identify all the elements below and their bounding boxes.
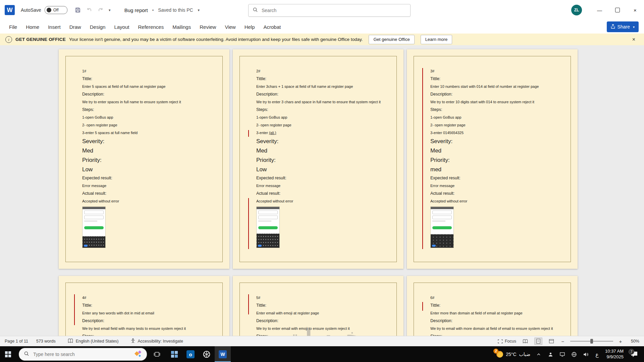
print-layout-icon[interactable] <box>534 338 542 345</box>
word-count[interactable]: 573 words <box>36 339 56 344</box>
description-label[interactable]: Description: <box>256 92 388 100</box>
description-label[interactable]: Description: <box>82 92 214 100</box>
notification-center-icon[interactable]: 7 <box>629 346 640 362</box>
share-button[interactable]: Share ▾ <box>607 21 639 32</box>
zoom-in-button[interactable]: + <box>618 339 623 344</box>
menu-review[interactable]: Review <box>196 22 220 32</box>
priority-label[interactable]: Priority: <box>82 157 214 166</box>
title-text[interactable]: Enter email with emoji at register page <box>256 311 388 318</box>
severity-value[interactable]: Med <box>256 147 388 157</box>
web-layout-icon[interactable] <box>547 338 555 345</box>
actual-result-label[interactable]: Actual result: <box>430 191 562 199</box>
learn-more-button[interactable]: Learn more <box>421 35 452 44</box>
title-text[interactable]: Enter 10 numbers start with 014 at field… <box>430 84 562 92</box>
keyboard-language-indicator[interactable]: ع <box>594 351 600 358</box>
quick-access-toolbar-caret-icon[interactable]: ▾ <box>107 8 112 12</box>
bug-screenshot-thumbnail[interactable] <box>256 206 280 248</box>
actual-result-label[interactable]: Actual result: <box>256 191 388 199</box>
taskbar-search-input[interactable] <box>33 351 131 357</box>
accessibility-icon[interactable] <box>131 338 135 344</box>
severity-label[interactable]: Severity: <box>430 138 562 147</box>
description-text[interactable]: We try to enter spaces in full name to e… <box>82 100 214 107</box>
bug-number[interactable]: 4# <box>82 295 214 303</box>
page-1[interactable]: 1# Tittle: Enter 5 spaces at field of fu… <box>59 49 229 269</box>
description-text[interactable]: We try to enter 10 digits start with 014… <box>430 100 562 107</box>
language-indicator[interactable]: English (United States) <box>76 339 119 344</box>
steps-label[interactable]: Steps: <box>82 107 214 115</box>
autosave-toggle[interactable]: Off <box>45 6 67 14</box>
zoom-out-button[interactable]: − <box>560 339 565 344</box>
title-text[interactable]: Enter 3chars + 1 space at field of full … <box>256 84 388 92</box>
title-label[interactable]: Tittle: <box>430 76 562 84</box>
menu-draw[interactable]: Draw <box>66 22 85 32</box>
step-1[interactable]: 1-open GoBus app <box>82 115 214 123</box>
tray-display-icon[interactable] <box>559 351 566 358</box>
accessibility-status[interactable]: Accessibility: Investigate <box>138 339 183 344</box>
expected-result-value[interactable]: Error message <box>82 183 214 191</box>
steps-label[interactable]: Steps: <box>430 107 562 115</box>
priority-label[interactable]: Priority: <box>430 157 562 166</box>
page-4[interactable]: 4# Tittle: Enter any two words with dot … <box>59 276 229 336</box>
menu-acrobat[interactable]: Acrobat <box>260 22 285 32</box>
title-text[interactable]: Enter 5 spaces at field of full name at … <box>82 84 214 92</box>
weather-widget[interactable]: 2 25°C ضباب <box>496 351 530 358</box>
title-text[interactable]: Enter more than domain at field of email… <box>430 311 562 318</box>
actual-result-value[interactable]: Accepted without error <box>82 199 214 206</box>
minimize-button[interactable]: — <box>591 0 608 20</box>
taskbar-outlook-icon[interactable]: o <box>182 346 199 362</box>
zoom-slider[interactable] <box>570 339 613 344</box>
search-input[interactable] <box>261 7 406 13</box>
zoom-slider-thumb[interactable] <box>590 339 593 344</box>
get-genuine-office-button[interactable]: Get genuine Office <box>369 35 414 44</box>
bug-number[interactable]: 6# <box>430 295 562 303</box>
document-canvas[interactable]: 1# Tittle: Enter 5 spaces at field of fu… <box>0 45 644 336</box>
save-icon[interactable] <box>73 5 83 15</box>
volume-icon[interactable] <box>582 351 589 358</box>
document-title[interactable]: Bug report <box>124 7 148 13</box>
step-3[interactable]: 3-enter 0145654325 <box>430 130 562 138</box>
actual-result-value[interactable]: Accepted without error <box>256 199 388 206</box>
step-3[interactable]: 3-enter (ali.) <box>256 130 388 138</box>
actual-result-value[interactable]: Accepted without error <box>430 199 562 206</box>
expected-result-label[interactable]: Expected result: <box>82 176 214 183</box>
step-2[interactable]: 2- open register page <box>82 123 214 130</box>
close-button[interactable]: × <box>626 0 644 20</box>
title-label[interactable]: Tittle: <box>82 76 214 84</box>
priority-value[interactable]: med <box>430 166 562 176</box>
taskbar-word-icon[interactable]: W <box>215 346 231 362</box>
menu-insert[interactable]: Insert <box>44 22 64 32</box>
hidden-icons-chevron[interactable] <box>535 351 542 358</box>
bug-number[interactable]: 2# <box>256 69 388 76</box>
priority-value[interactable]: Low <box>82 166 214 176</box>
avatar[interactable]: ZL <box>571 5 582 15</box>
page-indicator[interactable]: Page 1 of 11 <box>5 339 28 344</box>
severity-label[interactable]: Severity: <box>256 138 388 147</box>
description-text[interactable]: We try to email with more domain at fiel… <box>430 326 562 334</box>
description-label[interactable]: Description: <box>430 92 562 100</box>
priority-value[interactable]: Low <box>256 166 388 176</box>
expected-result-value[interactable]: Error message <box>256 183 388 191</box>
expected-result-value[interactable]: Error message <box>430 183 562 191</box>
severity-value[interactable]: Med <box>82 147 214 157</box>
page-3[interactable]: 3# Tittle: Enter 10 numbers start with 0… <box>407 49 578 269</box>
step-3[interactable]: 3-enter 5 spaces at full name field <box>82 130 214 138</box>
menu-help[interactable]: Help <box>241 22 259 32</box>
actual-result-label[interactable]: Actual result: <box>82 191 214 199</box>
step-2[interactable]: 2- open register page <box>430 123 562 130</box>
maximize-button[interactable] <box>608 0 626 20</box>
expected-result-label[interactable]: Expected result: <box>256 176 388 183</box>
description-text[interactable]: We try test email field with many tests … <box>82 326 214 334</box>
taskbar-app-grid-icon[interactable] <box>166 346 182 362</box>
page-6[interactable]: 6# Tittle: Enter more than domain at fie… <box>407 276 578 336</box>
description-text[interactable]: We try to enter 3 chars and space in ful… <box>256 100 388 107</box>
proofing-icon[interactable] <box>68 339 73 344</box>
taskbar-chatgpt-icon[interactable] <box>199 346 215 362</box>
menu-mailings[interactable]: Mailings <box>169 22 195 32</box>
step-1[interactable]: 1-open GoBus app <box>430 115 562 123</box>
title-text[interactable]: Enter any two words with dot in mid at e… <box>82 311 214 318</box>
menu-layout[interactable]: Layout <box>110 22 133 32</box>
bug-screenshot-thumbnail[interactable] <box>430 206 454 248</box>
focus-button[interactable]: Focus <box>498 339 516 344</box>
severity-label[interactable]: Severity: <box>82 138 214 147</box>
page-2[interactable]: 2# Tittle: Enter 3chars + 1 space at fie… <box>233 49 404 269</box>
